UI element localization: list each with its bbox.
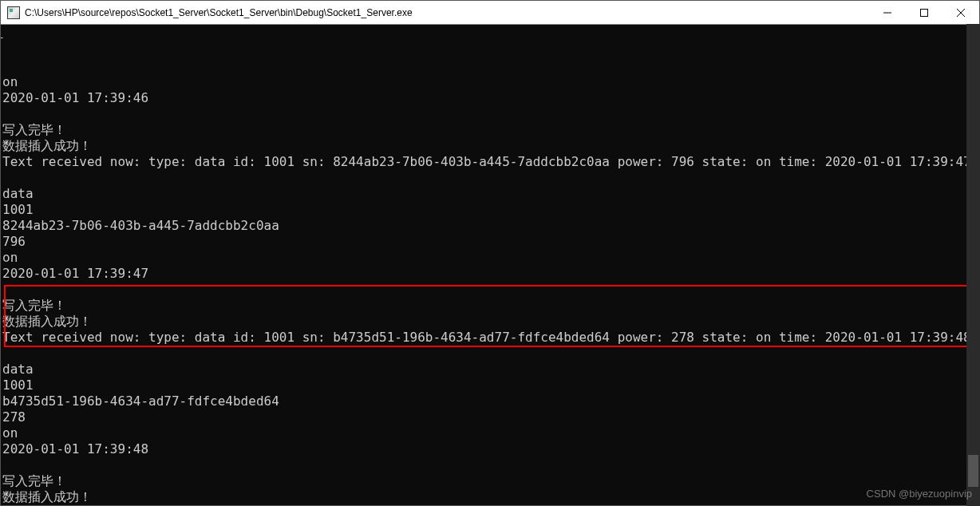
console-line bbox=[2, 457, 979, 473]
partial-char: i bbox=[1, 26, 4, 42]
console-line bbox=[2, 170, 979, 186]
console-output[interactable]: i on2020-01-01 17:39:46写入完毕！数据插入成功！Text … bbox=[1, 25, 979, 505]
console-line: 2020-01-01 17:39:47 bbox=[2, 266, 979, 282]
console-line: 写入完毕！ bbox=[2, 473, 979, 489]
console-line: b4735d51-196b-4634-ad77-fdfce4bded64 bbox=[2, 393, 979, 409]
console-line: 1001 bbox=[2, 202, 979, 218]
window-controls bbox=[869, 1, 979, 24]
titlebar: C:\Users\HP\source\repos\Socket1_Server\… bbox=[1, 1, 979, 25]
console-line: 数据插入成功！ bbox=[2, 138, 979, 154]
console-line: 796 bbox=[2, 234, 979, 250]
maximize-button[interactable] bbox=[906, 1, 942, 24]
console-line: 278 bbox=[2, 409, 979, 425]
console-line: data bbox=[2, 362, 979, 378]
vertical-scrollbar[interactable] bbox=[966, 24, 980, 506]
minimize-button[interactable] bbox=[869, 1, 906, 24]
console-line: Text received now: type: data id: 1001 s… bbox=[2, 330, 979, 346]
console-line: 数据插入成功！ bbox=[2, 489, 979, 505]
console-line: on bbox=[2, 74, 979, 90]
minimize-icon bbox=[883, 9, 891, 17]
console-line bbox=[2, 346, 979, 362]
close-button[interactable] bbox=[942, 1, 979, 24]
console-line: 1001 bbox=[2, 378, 979, 393]
console-line: 写入完毕！ bbox=[2, 298, 979, 314]
console-line: 2020-01-01 17:39:46 bbox=[2, 90, 979, 106]
svg-rect-1 bbox=[921, 9, 928, 16]
app-icon bbox=[7, 6, 20, 19]
console-line: Text received now: type: data id: 1001 s… bbox=[2, 154, 979, 170]
console-line: on bbox=[2, 425, 979, 441]
window-title: C:\Users\HP\source\repos\Socket1_Server\… bbox=[25, 7, 869, 18]
console-line: data bbox=[2, 186, 979, 202]
console-line: 写入完毕！ bbox=[2, 122, 979, 138]
console-window: C:\Users\HP\source\repos\Socket1_Server\… bbox=[0, 0, 980, 506]
console-line: on bbox=[2, 250, 979, 266]
console-line: 数据插入成功！ bbox=[2, 314, 979, 330]
scrollbar-thumb[interactable] bbox=[968, 455, 978, 487]
console-line bbox=[2, 282, 979, 298]
close-icon bbox=[957, 9, 965, 17]
console-line bbox=[2, 106, 979, 122]
maximize-icon bbox=[920, 9, 928, 17]
console-line: 2020-01-01 17:39:48 bbox=[2, 441, 979, 457]
console-line: 8244ab23-7b06-403b-a445-7addcbb2c0aa bbox=[2, 218, 979, 234]
